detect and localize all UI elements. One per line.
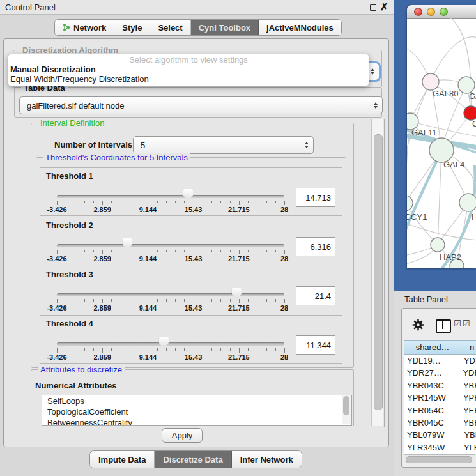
slider-tick xyxy=(157,348,158,351)
slider-track[interactable] xyxy=(57,244,284,247)
list-item[interactable]: BetweennessCentrality xyxy=(42,417,351,426)
network-edge[interactable] xyxy=(438,150,441,245)
slider-tick xyxy=(230,348,231,351)
slider-tick xyxy=(66,299,66,302)
table-row[interactable]: YDL19…YDL1 xyxy=(404,355,476,367)
slider-handle[interactable] xyxy=(183,189,193,201)
split-columns-icon[interactable] xyxy=(436,319,451,333)
horizontal-scrollbar[interactable] xyxy=(404,454,475,463)
minimize-traffic-light-icon[interactable] xyxy=(427,8,435,16)
table-row[interactable]: YBR043CYBR0 xyxy=(404,380,476,392)
threshold-value-box[interactable]: 11.344 xyxy=(296,335,335,355)
gear-icon[interactable] xyxy=(412,319,424,331)
slider-handle[interactable] xyxy=(232,288,242,299)
table-cell-name: YBL0 xyxy=(461,429,476,441)
tab-impute-data[interactable]: Impute Data xyxy=(90,451,155,468)
slider-track[interactable] xyxy=(57,293,284,296)
slider-tick xyxy=(75,250,75,252)
table-data-combobox[interactable]: galFiltered.sif default node xyxy=(19,96,383,114)
column-header-name[interactable]: n xyxy=(461,340,476,355)
close-icon[interactable]: ✗ xyxy=(380,1,388,13)
top-tab-bar: NetworkStyleSelectCyni ToolboxjActiveMNo… xyxy=(54,19,342,36)
horizontal-scrollbar-thumb[interactable] xyxy=(406,456,472,463)
tab-network[interactable]: Network xyxy=(55,20,114,35)
algorithm-option-equal-width[interactable]: Equal Width/Frequency Discretization xyxy=(8,74,369,84)
slider-tick xyxy=(111,250,112,252)
zoom-traffic-light-icon[interactable] xyxy=(440,8,448,16)
network-node-gal80[interactable] xyxy=(422,73,439,90)
slider-tick xyxy=(275,201,276,203)
threshold-panel-1: Threshold 1-3.4262.8599.14415.4321.71528… xyxy=(40,167,342,216)
table-row[interactable]: YDR27…YDR2 xyxy=(404,367,476,379)
threshold-value-box[interactable]: 6.316 xyxy=(296,237,335,256)
list-item[interactable]: SelfLoops xyxy=(42,395,351,406)
slider-tick xyxy=(121,250,121,252)
slider-tick-label: 2.859 xyxy=(93,206,111,213)
network-edge[interactable] xyxy=(407,121,410,203)
number-of-intervals-value: 5 xyxy=(141,141,145,150)
tab-infer-network[interactable]: Infer Network xyxy=(232,451,302,468)
table-cell-name: YDL1 xyxy=(461,355,476,367)
tab-label: Cyni Toolbox xyxy=(199,23,250,33)
slider-tick xyxy=(111,299,112,302)
algorithm-option-manual[interactable]: Manual Discretization xyxy=(8,65,369,74)
slider-tick xyxy=(239,250,240,254)
tab-select[interactable]: Select xyxy=(150,20,190,35)
slider-tick xyxy=(248,201,249,203)
network-canvas[interactable]: GAL80GACGAL11GAL4GCY1HHAP2 xyxy=(407,18,476,268)
slider-tick xyxy=(175,250,176,252)
column-header-shared-name[interactable]: shared… xyxy=(404,340,461,355)
network-node-c[interactable] xyxy=(464,106,476,120)
table-row[interactable]: YPR145WYPR1 xyxy=(404,392,476,404)
number-of-intervals-combobox[interactable]: 5 xyxy=(133,136,314,154)
network-node-h[interactable] xyxy=(459,194,476,211)
checkbox-columns-icon[interactable]: ☑☑ xyxy=(454,319,471,328)
list-item[interactable]: TopologicalCoefficient xyxy=(42,406,351,417)
table-row[interactable]: YER054CYER0 xyxy=(404,404,476,417)
slider-tick xyxy=(211,299,212,302)
tab-style[interactable]: Style xyxy=(114,20,150,35)
slider-tick xyxy=(203,299,203,302)
tab-label: Infer Network xyxy=(240,455,293,464)
slider-tick xyxy=(284,348,285,353)
slider-tick xyxy=(139,250,139,252)
network-window-titlebar[interactable] xyxy=(407,5,476,19)
network-node-label: GCY1 xyxy=(407,212,427,222)
network-edge[interactable] xyxy=(431,37,476,82)
vertical-scrollbar[interactable] xyxy=(371,119,383,426)
network-node-hap2[interactable] xyxy=(431,238,445,252)
slider-tick xyxy=(230,250,231,252)
apply-button[interactable]: Apply xyxy=(162,428,203,443)
threshold-value-box[interactable]: 21.4 xyxy=(296,286,335,305)
attributes-group-title: Attributes to discretize xyxy=(38,365,125,374)
network-node-gcy1[interactable] xyxy=(407,196,413,211)
network-node-gal4[interactable] xyxy=(429,138,454,162)
slider-tick xyxy=(111,348,112,351)
table-row[interactable]: YLR345WYLR3 xyxy=(404,441,476,454)
float-window-icon[interactable] xyxy=(370,4,376,11)
tab-cyni-toolbox[interactable]: Cyni Toolbox xyxy=(191,20,259,35)
slider-tick xyxy=(157,250,158,252)
slider-handle[interactable] xyxy=(159,337,169,348)
list-scrollbar[interactable] xyxy=(342,395,351,424)
slider-tick xyxy=(166,250,167,252)
tab-jactivemnodules[interactable]: jActiveMNodules xyxy=(259,20,341,35)
table-row[interactable]: YBR045CYBR0 xyxy=(404,417,476,429)
table-row[interactable]: YBL079WYBL0 xyxy=(404,429,476,441)
slider-track[interactable] xyxy=(57,195,284,198)
tab-discretize-data[interactable]: Discretize Data xyxy=(155,451,231,468)
network-node-label: GA xyxy=(469,91,476,101)
close-traffic-light-icon[interactable] xyxy=(414,8,422,16)
threshold-label: Threshold 3 xyxy=(46,270,93,279)
slider-track[interactable] xyxy=(57,342,284,346)
threshold-value-box[interactable]: 14.713 xyxy=(296,188,335,207)
vertical-scrollbar-thumb[interactable] xyxy=(374,134,383,410)
tab-label: Network xyxy=(73,23,106,33)
list-scrollbar-thumb[interactable] xyxy=(343,396,349,415)
network-node-label: HAP2 xyxy=(440,252,461,262)
slider-handle[interactable] xyxy=(123,238,132,250)
numerical-attributes-list[interactable]: SelfLoopsTopologicalCoefficientBetweenne… xyxy=(42,395,352,426)
network-edge[interactable] xyxy=(407,203,438,245)
tab-label: Impute Data xyxy=(98,455,146,464)
slider-tick xyxy=(184,299,185,302)
